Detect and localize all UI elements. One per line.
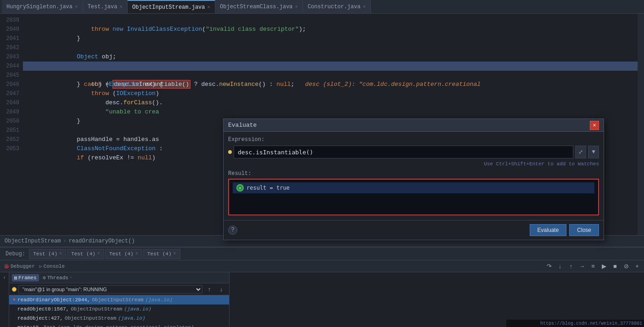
evaluate-title: Evaluate [228, 122, 257, 129]
stack-class: ObjectInputStream [65, 314, 116, 323]
frames-btn[interactable]: ▤ Frames [12, 274, 39, 282]
code-line-2049: } [23, 107, 638, 117]
frames-toolbar: ▤ Frames ⚙ Threads • [9, 272, 229, 283]
debugger-tab[interactable]: 🐞 Debugger [2, 264, 37, 269]
evaluate-action-button[interactable]: Evaluate [530, 224, 567, 236]
close-icon[interactable]: × [174, 251, 176, 256]
stack-method: main:18, [17, 323, 42, 327]
debug-area: Debug: Test (4) × Test (4) × Test (4) × … [0, 247, 644, 327]
stack-file: (com.ldc.design.pattern.creational.singl… [57, 323, 194, 327]
debug-tab-label: Test (4) [109, 251, 134, 257]
breadcrumb-method: readOrdinaryObject() [69, 238, 135, 244]
debug-tab-3[interactable]: Test (4) × [143, 249, 180, 259]
url-text: https://blog.csdn.net/weixin_37778801 [540, 321, 642, 326]
tab-label: ObjectInputStream.java [132, 4, 205, 11]
code-line-2048: "unable to crea [23, 98, 638, 107]
stack-method: readObject0:1567, [17, 304, 69, 314]
tab-label: ObjectStreamClass.java [220, 4, 292, 10]
tab-objectinputstream[interactable]: ObjectInputStream.java × [128, 0, 215, 14]
step-out-btn[interactable]: ↑ [566, 262, 576, 271]
close-icon[interactable]: × [59, 251, 62, 256]
stack-list: ● readOrdinaryObject:2044, ObjectInputSt… [9, 295, 229, 327]
debug-tab-0[interactable]: Test (4) × [29, 249, 66, 259]
expression-input-row: ⤢ ▼ [228, 146, 599, 158]
close-icon[interactable]: × [97, 251, 100, 256]
evaluate-btn[interactable]: ≡ [588, 262, 598, 271]
tab-constructor[interactable]: Constructor.java × [303, 0, 371, 14]
close-icon[interactable]: × [363, 4, 366, 10]
add-watch-btn[interactable]: + [632, 262, 642, 271]
tab-hungrySingleton[interactable]: HungrySingleton.java × [2, 0, 83, 14]
step-into-btn[interactable]: ↓ [555, 262, 565, 271]
frames-panel: ▤ Frames ⚙ Threads • "main"@1 in group "… [9, 272, 230, 327]
frames-label: Frames [18, 275, 37, 281]
stack-file: (java.io) [124, 304, 151, 314]
result-item: ✦ result = true [233, 182, 594, 193]
stack-method: readOrdinaryObject:2044, [17, 295, 90, 304]
code-line-2046: throw (IOException) [23, 80, 638, 89]
debugger-label: Debugger [11, 264, 35, 269]
expression-input[interactable] [234, 146, 573, 158]
debug-tab-label: Test (4) [71, 251, 95, 257]
tab-objectstreamclass[interactable]: ObjectStreamClass.java × [215, 0, 303, 14]
close-icon[interactable]: × [295, 4, 298, 10]
tab-bar: HungrySingleton.java × Test.java × Objec… [0, 0, 644, 14]
threads-btn[interactable]: ⚙ Threads • [41, 274, 75, 282]
console-label: Console [44, 264, 65, 269]
code-line-2047: desc.forClass(). [23, 89, 638, 98]
close-icon[interactable]: × [207, 5, 211, 10]
console-tab[interactable]: ▷ Console [38, 264, 67, 269]
evaluate-close-button[interactable]: ✕ [590, 121, 599, 130]
right-scrollbar[interactable] [638, 14, 644, 235]
debug-content: ‹ ▤ Frames ⚙ Threads • "main"@1 in group… [0, 272, 644, 327]
close-icon[interactable]: × [135, 251, 138, 256]
url-bar: https://blog.csdn.net/weixin_37778801 [506, 320, 644, 327]
evaluate-body: Expression: ⤢ ▼ Use Ctrl+Shift+Enter to … [224, 132, 604, 220]
close-icon[interactable]: × [119, 4, 123, 10]
code-line-2039: throw new InvalidClassException("invalid… [23, 16, 638, 25]
line-numbers: 2039 2040 2041 2042 2043 2044 2045 2046 … [0, 14, 23, 235]
stack-item-3[interactable]: ● main:18, Test (com.ldc.design.pattern.… [9, 323, 229, 327]
help-icon[interactable]: ? [228, 226, 237, 235]
dropdown-icon[interactable]: ▼ [588, 146, 599, 158]
thread-up-btn[interactable]: ↑ [204, 285, 214, 294]
debug-tab-2[interactable]: Test (4) × [105, 249, 142, 259]
collapse-icon[interactable]: ‹ [1, 274, 8, 282]
step-over-btn[interactable]: ↷ [544, 262, 554, 271]
evaluate-dialog: Evaluate ✕ Expression: ⤢ ▼ Use Ctrl+Shif… [223, 118, 604, 240]
thread-dropdown[interactable]: "main"@1 in group "main": RUNNING [18, 285, 202, 293]
debug-tabs-bar: Debug: Test (4) × Test (4) × Test (4) × … [0, 248, 644, 260]
stack-file: (java.io) [146, 295, 173, 304]
resume-btn[interactable]: ▶ [599, 262, 609, 271]
result-icon: ✦ [236, 184, 244, 192]
tab-test[interactable]: Test.java × [83, 0, 128, 14]
code-line-2041 [23, 34, 638, 43]
code-line-2044: ✓ obj = desc.isInstantiable() ? desc.new… [23, 62, 638, 71]
stack-class: ObjectInputStream [71, 304, 122, 314]
mute-btn[interactable]: ⊘ [621, 262, 631, 271]
code-line-2042: Object obj; [23, 43, 638, 52]
tab-label: HungrySingleton.java [6, 4, 73, 10]
evaluate-hint: Use Ctrl+Shift+Enter to add to Watches [228, 161, 599, 167]
tab-label: Test.java [88, 4, 118, 10]
evaluate-titlebar: Evaluate ✕ [224, 119, 604, 132]
evaluate-footer: ? Evaluate Close [224, 220, 604, 240]
stack-item-2[interactable]: ● readObject:427, ObjectInputStream (jav… [9, 314, 229, 323]
expression-label: Expression: [228, 136, 599, 143]
breadcrumb-class: ObjectInputStream [5, 238, 61, 244]
debug-tab-1[interactable]: Test (4) × [67, 249, 104, 259]
thread-dot [12, 287, 17, 292]
threads-label: Threads [47, 275, 68, 281]
stop-btn[interactable]: ■ [610, 262, 620, 271]
close-icon[interactable]: × [75, 4, 78, 10]
run-to-cursor-btn[interactable]: → [577, 262, 587, 271]
thread-selector: "main"@1 in group "main": RUNNING ↑ ↓ [9, 283, 229, 295]
debug-tab-label: Test (4) [33, 251, 57, 257]
code-line-2040: } [23, 25, 638, 34]
eval-dot [228, 150, 232, 154]
stack-item-1[interactable]: ● readObject0:1567, ObjectInputStream (j… [9, 304, 229, 314]
stack-item-0[interactable]: ● readOrdinaryObject:2044, ObjectInputSt… [9, 295, 229, 304]
thread-down-btn[interactable]: ↓ [216, 285, 226, 294]
close-action-button[interactable]: Close [569, 224, 599, 236]
expand-icon[interactable]: ⤢ [575, 146, 586, 158]
